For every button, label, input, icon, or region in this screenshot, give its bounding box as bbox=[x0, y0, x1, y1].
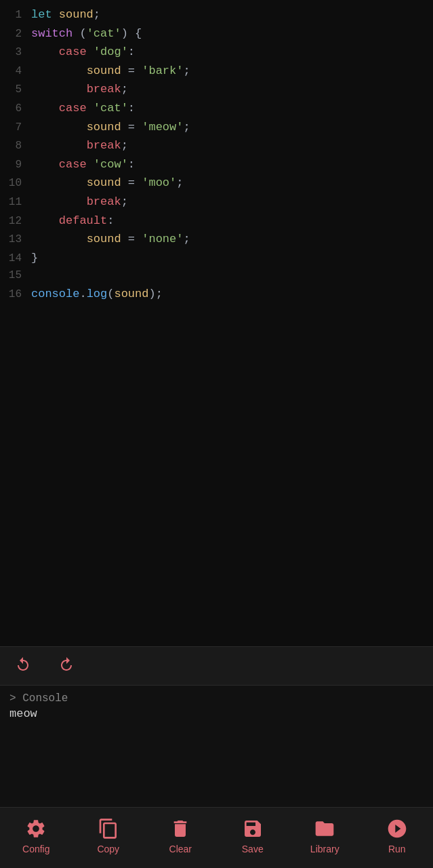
nav-config-label: Config bbox=[22, 844, 49, 854]
line-content[interactable]: default: bbox=[31, 212, 114, 230]
token-str: 'cow' bbox=[94, 158, 128, 171]
token-kw-log: log bbox=[87, 288, 108, 300]
toolbar bbox=[0, 646, 433, 685]
token-punc: ; bbox=[121, 195, 128, 208]
line-content[interactable]: let sound; bbox=[31, 5, 100, 24]
token-punc: ( bbox=[107, 288, 114, 300]
token-punc: ; bbox=[176, 176, 183, 189]
nav-config[interactable]: Config bbox=[0, 816, 73, 854]
line-content[interactable]: console.log(sound); bbox=[31, 285, 163, 303]
token-punc bbox=[31, 195, 87, 208]
token-punc: : bbox=[107, 214, 114, 227]
line-content[interactable]: sound = 'meow'; bbox=[31, 118, 190, 136]
line-number: 14 bbox=[4, 250, 22, 268]
line-number: 8 bbox=[4, 138, 22, 155]
token-var-sound: sound bbox=[114, 288, 148, 300]
code-line: 6 case 'cat': bbox=[0, 99, 433, 118]
code-line: 10 sound = 'moo'; bbox=[0, 174, 433, 193]
token-kw-case: case bbox=[59, 102, 87, 115]
console-output: meow bbox=[9, 707, 424, 720]
code-line: 16console.log(sound); bbox=[0, 285, 433, 304]
line-content[interactable]: switch ('cat') { bbox=[31, 24, 142, 43]
console-header: > Console bbox=[9, 692, 424, 705]
token-kw-case: case bbox=[59, 45, 87, 58]
code-line: 7 sound = 'meow'; bbox=[0, 118, 433, 137]
token-punc: : bbox=[128, 102, 135, 115]
line-number: 2 bbox=[4, 26, 22, 43]
token-str: 'meow' bbox=[142, 121, 183, 134]
line-content[interactable]: break; bbox=[31, 136, 128, 155]
line-content[interactable]: sound = 'bark'; bbox=[31, 62, 190, 80]
code-line: 14} bbox=[0, 249, 433, 268]
line-number: 6 bbox=[4, 100, 22, 118]
token-punc bbox=[31, 158, 59, 171]
nav-run-label: Run bbox=[388, 844, 406, 854]
line-number: 1 bbox=[4, 7, 22, 24]
token-kw-break: break bbox=[87, 195, 121, 208]
line-content[interactable]: } bbox=[31, 249, 38, 267]
code-line: 8 break; bbox=[0, 136, 433, 155]
token-punc bbox=[31, 83, 87, 96]
token-kw-default: default bbox=[59, 214, 107, 227]
nav-save[interactable]: Save bbox=[217, 816, 289, 854]
redo-button[interactable] bbox=[53, 654, 80, 678]
token-punc bbox=[31, 64, 87, 77]
token-kw-break: break bbox=[87, 139, 121, 152]
line-number: 10 bbox=[4, 175, 22, 193]
line-content[interactable]: case 'cat': bbox=[31, 99, 135, 117]
token-punc bbox=[31, 176, 87, 189]
code-editor[interactable]: 1let sound;2switch ('cat') {3 case 'dog'… bbox=[0, 0, 433, 646]
token-kw-let: let bbox=[31, 8, 59, 21]
code-line: 2switch ('cat') { bbox=[0, 24, 433, 43]
code-line: 3 case 'dog': bbox=[0, 43, 433, 62]
copy-icon bbox=[96, 816, 121, 841]
line-content[interactable]: case 'cow': bbox=[31, 155, 135, 174]
token-punc: ) { bbox=[121, 27, 142, 40]
token-punc bbox=[31, 45, 59, 58]
line-number: 16 bbox=[4, 286, 22, 304]
nav-run[interactable]: Run bbox=[361, 816, 434, 854]
line-content[interactable]: case 'dog': bbox=[31, 43, 135, 61]
code-line: 5 break; bbox=[0, 80, 433, 99]
line-content[interactable]: break; bbox=[31, 80, 128, 98]
token-var-sound: sound bbox=[59, 8, 94, 21]
token-punc: : bbox=[128, 158, 135, 171]
line-number: 13 bbox=[4, 231, 22, 249]
nav-clear[interactable]: Clear bbox=[144, 816, 217, 854]
undo-button[interactable] bbox=[9, 654, 37, 678]
bottom-nav: Config Copy Clear Save Library Run bbox=[0, 807, 433, 868]
line-content[interactable]: break; bbox=[31, 193, 128, 211]
token-punc bbox=[31, 121, 87, 134]
nav-copy[interactable]: Copy bbox=[73, 816, 145, 854]
token-punc bbox=[87, 158, 94, 171]
trash-icon bbox=[168, 816, 192, 841]
token-str: 'moo' bbox=[142, 176, 176, 189]
token-var-sound: sound bbox=[87, 233, 121, 245]
token-str: 'bark' bbox=[142, 64, 183, 77]
token-op: = bbox=[121, 64, 142, 77]
token-punc: ; bbox=[183, 233, 190, 245]
token-op: = bbox=[121, 176, 142, 189]
code-line: 11 break; bbox=[0, 193, 433, 212]
nav-library-label: Library bbox=[310, 844, 339, 854]
console-area: > Console meow bbox=[0, 685, 433, 807]
token-punc: . bbox=[79, 288, 86, 300]
nav-library[interactable]: Library bbox=[289, 816, 361, 854]
line-content[interactable]: sound = 'none'; bbox=[31, 230, 190, 248]
token-punc: : bbox=[128, 45, 135, 58]
line-number: 9 bbox=[4, 157, 22, 174]
save-icon bbox=[241, 816, 265, 841]
play-icon bbox=[385, 816, 409, 841]
token-punc bbox=[87, 45, 94, 58]
token-punc: ); bbox=[148, 288, 162, 300]
token-punc bbox=[31, 102, 59, 115]
token-str: 'cat' bbox=[87, 27, 121, 40]
line-content[interactable]: sound = 'moo'; bbox=[31, 174, 183, 192]
code-line: 15 bbox=[0, 267, 433, 285]
line-number: 4 bbox=[4, 63, 22, 81]
code-line: 12 default: bbox=[0, 212, 433, 231]
token-var-sound: sound bbox=[87, 176, 121, 189]
token-kw-switch: switch bbox=[31, 27, 73, 40]
token-punc bbox=[87, 102, 94, 115]
token-str: 'none' bbox=[142, 233, 183, 245]
